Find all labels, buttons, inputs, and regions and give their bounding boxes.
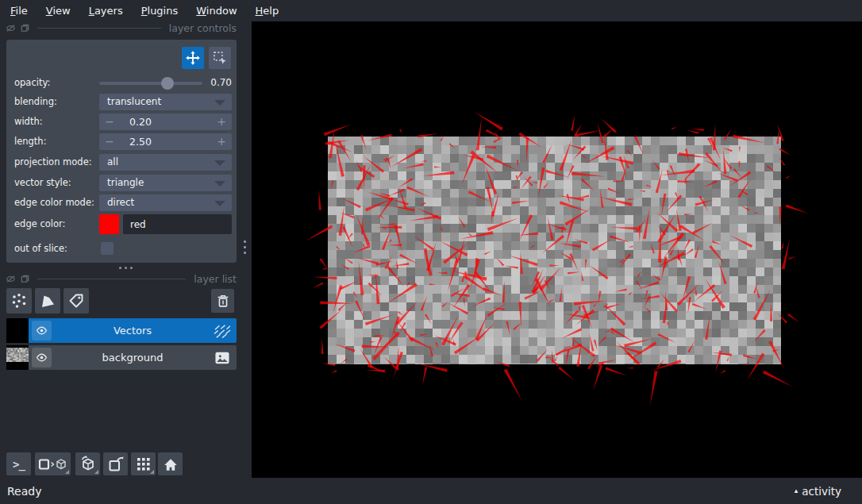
grid-icon (135, 456, 152, 473)
vectors-layer-icon (214, 324, 231, 338)
new-points-layer-button[interactable] (6, 288, 32, 314)
status-bar: Ready ▴ activity (0, 478, 862, 504)
status-message: Ready (7, 485, 41, 498)
width-spinbox[interactable]: − 0.20 + (99, 113, 232, 130)
dock-splitter-horizontal[interactable] (0, 264, 252, 271)
length-row: length: − 2.50 + (6, 133, 237, 150)
menu-plugins[interactable]: Plugins (134, 2, 186, 19)
visibility-toggle[interactable] (32, 348, 52, 367)
out-of-slice-label: out of slice: (14, 240, 67, 257)
length-spinbox[interactable]: − 2.50 + (99, 133, 232, 150)
projection-mode-dropdown[interactable]: all (99, 154, 232, 171)
vector-style-value: triangle (107, 177, 144, 188)
layer-thumbnail (6, 318, 29, 343)
edge-color-mode-label: edge color mode: (14, 194, 94, 211)
edge-color-swatch[interactable] (99, 214, 119, 234)
titlebar-divider (37, 279, 186, 279)
increment-button[interactable]: + (216, 133, 227, 149)
chevron-down-icon (214, 201, 225, 206)
delete-layer-button[interactable] (211, 289, 234, 313)
menu-help[interactable]: Help (248, 2, 287, 19)
vector-style-label: vector style: (14, 175, 71, 191)
activity-dock-toggle[interactable]: ▴ activity (795, 485, 841, 498)
eye-icon (35, 351, 48, 364)
width-row: width: − 0.20 + (6, 113, 237, 130)
toggle-ndisplay-button[interactable] (35, 452, 71, 475)
edge-color-input[interactable] (123, 214, 232, 234)
decrement-button[interactable]: − (104, 113, 115, 129)
chevron-up-icon: ▴ (795, 487, 799, 494)
transpose-dimensions-button[interactable] (103, 452, 128, 475)
float-panel-icon[interactable] (21, 24, 29, 33)
tag-icon (67, 292, 85, 310)
napari-window: File View Layers Plugins Window Help lay… (0, 0, 862, 504)
layer-list-titlebar: layer list (6, 273, 237, 285)
dock-splitter-vertical[interactable] (244, 240, 246, 254)
titlebar-divider (37, 28, 161, 29)
increment-button[interactable]: + (216, 113, 227, 129)
width-value[interactable]: 0.20 (129, 113, 152, 130)
console-button[interactable]: >_ (6, 452, 31, 475)
roll-cube-icon (79, 455, 98, 474)
menu-file[interactable]: File (3, 2, 35, 19)
eye-icon (35, 324, 48, 337)
roll-dimensions-button[interactable] (75, 452, 100, 475)
hide-panel-icon[interactable] (6, 275, 15, 283)
blending-value: translucent (107, 96, 161, 107)
edge-color-mode-value: direct (107, 197, 134, 208)
width-label: width: (14, 113, 43, 130)
vector-style-dropdown[interactable]: triangle (99, 175, 232, 191)
hide-panel-icon[interactable] (6, 24, 15, 33)
home-button[interactable] (158, 452, 183, 475)
layer-row-vectors[interactable]: Vectors (6, 318, 237, 343)
points-icon (10, 292, 28, 310)
transpose-icon (106, 455, 125, 474)
menu-bar: File View Layers Plugins Window Help (0, 0, 862, 21)
chevron-down-icon (214, 100, 225, 106)
pan-zoom-button[interactable] (182, 47, 204, 69)
chevron-down-icon (214, 181, 225, 187)
opacity-slider-handle[interactable] (161, 77, 174, 90)
image-layer-icon (214, 351, 231, 365)
projection-mode-value: all (107, 156, 118, 167)
menu-window[interactable]: Window (189, 2, 244, 19)
length-label: length: (14, 133, 47, 150)
out-of-slice-checkbox[interactable] (101, 242, 114, 255)
layer-name: Vectors (52, 325, 214, 337)
layer-controls-title: layer controls (169, 22, 237, 34)
blending-label: blending: (14, 94, 57, 110)
edge-color-mode-dropdown[interactable]: direct (99, 194, 232, 211)
trash-icon (215, 293, 231, 309)
new-labels-layer-button[interactable] (63, 288, 89, 314)
layer-row-background[interactable]: background (6, 345, 237, 370)
edge-color-label: edge color: (14, 214, 65, 234)
visibility-toggle[interactable] (32, 321, 52, 340)
out-of-slice-row: out of slice: (6, 240, 237, 257)
new-shapes-layer-button[interactable] (35, 288, 60, 314)
float-panel-icon[interactable] (21, 275, 29, 283)
activity-label: activity (802, 485, 841, 498)
layer-controls-panel: opacity: 0.70 blending: translucent widt… (6, 40, 237, 263)
transform-button[interactable] (209, 47, 231, 69)
menu-layers[interactable]: Layers (82, 2, 130, 19)
menu-view[interactable]: View (39, 2, 78, 19)
layer-name: background (52, 352, 214, 364)
opacity-value: 0.70 (210, 75, 232, 91)
projection-mode-label: projection mode: (14, 154, 92, 171)
transform-icon (212, 50, 228, 66)
opacity-label: opacity: (14, 75, 50, 91)
opacity-slider[interactable] (99, 82, 202, 85)
viewer-canvas[interactable] (252, 21, 862, 478)
blending-row: blending: translucent (6, 94, 237, 110)
chevron-down-icon (214, 160, 225, 166)
grid-view-button[interactable] (131, 452, 156, 475)
length-value[interactable]: 2.50 (129, 133, 152, 150)
layer-thumbnail (6, 345, 29, 370)
projection-mode-row: projection mode: all (6, 154, 237, 171)
blending-dropdown[interactable]: translucent (99, 94, 232, 110)
terminal-icon: >_ (13, 458, 25, 471)
edge-color-mode-row: edge color mode: direct (6, 194, 237, 211)
shapes-icon (39, 292, 56, 310)
decrement-button[interactable]: − (104, 133, 115, 149)
2d-3d-toggle-icon (38, 456, 68, 472)
